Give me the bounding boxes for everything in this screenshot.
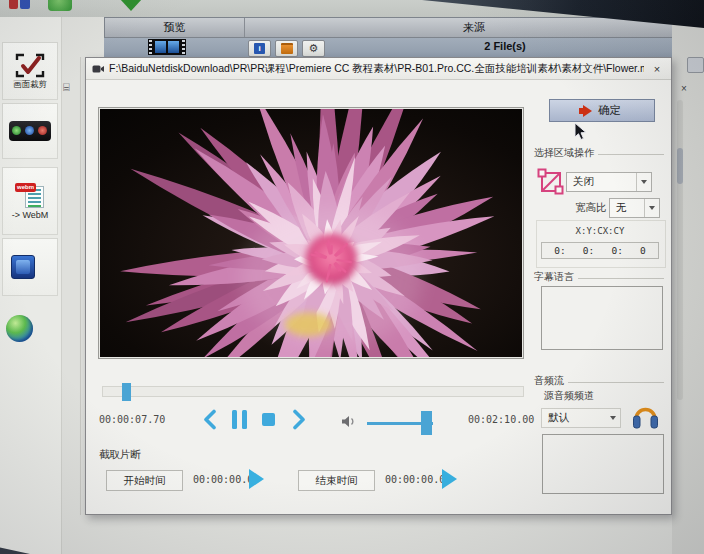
region-group-header: 选择区域操作 xyxy=(534,146,664,160)
coords-label: X:Y:CX:CY xyxy=(536,226,664,236)
region-mode-value: 关闭 xyxy=(567,175,636,189)
background-window-edge xyxy=(80,57,81,515)
audio-group-header: 音频流 xyxy=(534,374,664,388)
start-time-label: 开始时间 xyxy=(124,474,166,488)
end-time-button[interactable]: 结束时间 xyxy=(298,470,375,491)
info-button[interactable]: i xyxy=(248,40,271,57)
column-headers: 预览 来源 xyxy=(104,17,704,38)
sidebar-crop-label: 画面裁剪 xyxy=(13,80,47,89)
volume-slider[interactable] xyxy=(367,422,433,425)
stop-button[interactable] xyxy=(262,413,275,426)
ok-label: 确定 xyxy=(598,103,621,118)
screen: 预览 来源 i ⚙ 2 File(s) 视 画面裁剪 xyxy=(0,0,704,554)
dialog-title-cam-icon xyxy=(92,63,104,75)
total-time: 00:02:10.00 xyxy=(468,414,534,425)
ok-arrow-icon xyxy=(583,105,592,117)
preview-header-label: 预览 xyxy=(164,20,186,35)
volume-handle[interactable] xyxy=(421,411,432,435)
gear-icon: ⚙ xyxy=(309,43,319,54)
toolbar-icon-red-blue[interactable] xyxy=(9,0,31,10)
sidebar-item-camera[interactable] xyxy=(2,103,58,159)
timeline-track[interactable] xyxy=(102,386,524,397)
folder-button[interactable] xyxy=(275,40,298,57)
crop-region-icon[interactable] xyxy=(537,168,564,195)
blue-app-icon xyxy=(11,255,35,279)
audio-channel-select[interactable]: 默认 xyxy=(541,408,621,428)
aspect-ratio-value: 无 xyxy=(610,201,644,215)
region-mode-select[interactable]: 关闭 xyxy=(566,172,652,192)
red-shape xyxy=(9,0,18,9)
background-close-icon[interactable]: × xyxy=(681,84,687,94)
subtitle-group-title: 字幕语言 xyxy=(534,270,574,284)
end-time-label: 结束时间 xyxy=(316,474,358,488)
headphones-icon xyxy=(632,401,659,431)
audio-list-box[interactable] xyxy=(542,434,664,494)
start-time-button[interactable]: 开始时间 xyxy=(106,470,183,491)
info-icon: i xyxy=(254,43,265,54)
aspect-ratio-select[interactable]: 无 xyxy=(609,198,660,218)
previous-button[interactable] xyxy=(202,409,217,430)
timeline-handle[interactable] xyxy=(122,383,131,401)
background-cam-icon: ⌸ xyxy=(63,82,70,93)
stop-icon xyxy=(262,413,275,426)
sidebar-item-app[interactable] xyxy=(2,238,58,296)
sidebar-item-crop[interactable]: 画面裁剪 xyxy=(2,42,58,100)
settings-button[interactable]: ⚙ xyxy=(302,40,325,57)
dialog-titlebar[interactable]: F:\BaiduNetdiskDownload\PR\PR课程\Premiere… xyxy=(86,58,671,80)
next-button[interactable] xyxy=(292,409,307,430)
dialog-close-icon[interactable]: × xyxy=(649,63,665,75)
coords-value: 0: 0: 0: 0 xyxy=(541,242,659,259)
source-header-label: 来源 xyxy=(463,20,485,35)
chevron-down-icon xyxy=(606,409,620,427)
sidebar-item-webm[interactable]: webm -> WebM xyxy=(2,167,58,235)
background-scrollbar-thumb[interactable] xyxy=(677,148,683,184)
chevron-down-icon xyxy=(636,173,651,191)
audio-channel-label: 源音频频道 xyxy=(544,389,594,403)
crop-check-icon xyxy=(15,53,45,78)
pause-button[interactable] xyxy=(232,410,247,429)
pause-bar xyxy=(232,410,237,429)
video-thumbnail-icon xyxy=(148,39,186,55)
globe-icon xyxy=(6,315,33,342)
file-count: 2 File(s) xyxy=(430,40,580,52)
clip-section-label: 截取片断 xyxy=(99,448,141,462)
sidebar-webm-label: -> WebM xyxy=(12,211,49,220)
pause-bar xyxy=(242,410,247,429)
chevron-down-icon xyxy=(644,199,659,217)
column-header-preview[interactable]: 预览 xyxy=(105,18,244,37)
blue-shape xyxy=(20,0,30,9)
audio-group-title: 音频流 xyxy=(534,374,564,388)
current-time: 00:00:07.70 xyxy=(99,414,165,425)
aspect-ratio-label: 宽高比 xyxy=(575,201,607,215)
subtitle-group-header: 字幕语言 xyxy=(534,270,664,284)
region-group-title: 选择区域操作 xyxy=(534,146,594,160)
webm-icon: webm xyxy=(15,183,45,209)
set-start-button[interactable] xyxy=(249,469,264,489)
sidebar: 画面裁剪 webm -> WebM xyxy=(0,17,62,554)
camera-icon xyxy=(9,121,51,141)
speaker-icon[interactable] xyxy=(341,415,357,428)
audio-channel-value: 默认 xyxy=(542,411,606,425)
player-dialog: F:\BaiduNetdiskDownload\PR\PR课程\Premiere… xyxy=(85,57,672,515)
set-end-button[interactable] xyxy=(442,469,457,489)
background-button[interactable] xyxy=(687,57,704,73)
sidebar-item-globe[interactable] xyxy=(2,299,58,357)
flower-video-frame xyxy=(100,109,522,357)
toolbar-icon-green-arrow[interactable] xyxy=(120,0,142,11)
video-preview[interactable] xyxy=(98,107,524,359)
file-list-row[interactable]: i ⚙ 2 File(s) xyxy=(104,38,704,58)
dialog-title: F:\BaiduNetdiskDownload\PR\PR课程\Premiere… xyxy=(109,62,644,76)
mouse-cursor xyxy=(574,122,587,141)
background-scrollbar[interactable] xyxy=(677,100,683,400)
folder-icon xyxy=(281,43,293,54)
subtitle-list-box[interactable] xyxy=(541,286,663,350)
toolbar-icon-green[interactable] xyxy=(48,0,72,11)
ok-button[interactable]: 确定 xyxy=(549,99,655,122)
